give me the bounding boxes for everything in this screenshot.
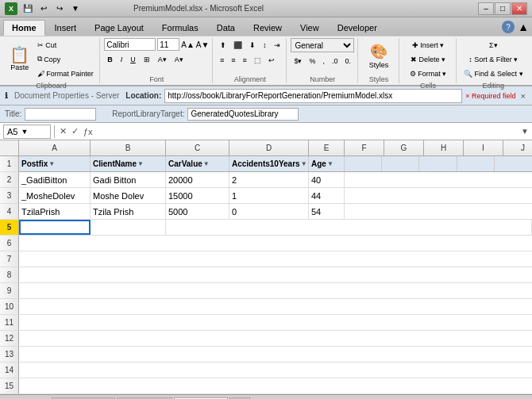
cell-E3[interactable]: 44 [309,188,345,203]
ribbon-collapse-btn[interactable]: ▲ [518,21,529,33]
table-row[interactable] [19,283,532,299]
row-header-12[interactable]: 12 [0,331,19,347]
row-header-11[interactable]: 11 [0,315,19,331]
cell-B1[interactable]: ClientName▼ [91,156,166,171]
cell-A4[interactable]: TzilaPrish [19,204,91,219]
font-size-input[interactable] [157,38,179,51]
col-header-A[interactable]: A [19,140,91,156]
copy-button[interactable]: ⧉ Copy [34,52,97,66]
close-btn[interactable]: ✕ [511,2,527,15]
cell-A3[interactable]: _MosheDolev [19,188,91,203]
table-row[interactable] [19,347,532,363]
row-header-2[interactable]: 2 [0,172,19,188]
confirm-formula-btn[interactable]: ✓ [70,126,80,136]
cell-A5-active[interactable] [19,220,91,235]
fill-color-button[interactable]: A▾ [155,52,170,66]
increase-font-btn[interactable]: A▲ [181,40,195,49]
tab-formulas[interactable]: Formulas [153,20,207,36]
cell-A1[interactable]: Postfix▼ [19,156,91,171]
align-right-btn[interactable]: ≡ [240,53,250,67]
row-header-3[interactable]: 3 [0,188,19,204]
table-row[interactable] [19,299,532,315]
table-row[interactable] [19,315,532,331]
indent-btn[interactable]: ⇥ [271,38,283,52]
row-header-5[interactable]: 5 [0,220,19,236]
cell-J1[interactable] [495,156,532,171]
table-row[interactable] [19,378,532,394]
col-header-F[interactable]: F [345,140,384,156]
quick-undo-btn[interactable]: ↩ [37,2,51,15]
italic-button[interactable]: I [118,52,126,66]
cell-C2[interactable]: 20000 [166,172,229,187]
cell-I1[interactable] [457,156,495,171]
col-header-I[interactable]: I [464,140,503,156]
percent-btn[interactable]: % [306,54,318,67]
cancel-formula-btn[interactable]: ✕ [58,126,68,136]
bold-button[interactable]: B [104,52,116,66]
cell-E2[interactable]: 40 [309,172,345,187]
cell-rest-2[interactable] [345,172,532,187]
cell-D4[interactable]: 0 [229,204,309,219]
font-color-button[interactable]: A▾ [172,52,187,66]
align-middle-btn[interactable]: ⬛ [230,38,245,52]
cell-A2[interactable]: _GadiBitton [19,172,91,187]
row-header-14[interactable]: 14 [0,363,19,378]
col-header-H[interactable]: H [424,140,464,156]
currency-btn[interactable]: $▾ [291,54,305,67]
paste-button[interactable]: 📋 Paste [6,44,33,74]
col-header-D[interactable]: D [229,140,309,156]
cell-D2[interactable]: 2 [229,172,309,187]
col-header-G[interactable]: G [384,140,424,156]
insert-function-btn[interactable]: ƒx [82,127,94,136]
find-select-btn[interactable]: 🔍 Find & Select ▾ [461,67,526,80]
quick-save-btn[interactable]: 💾 [21,2,35,15]
table-row[interactable] [19,267,532,283]
cell-E1[interactable]: Age▼ [309,156,345,171]
cell-F1[interactable] [345,156,382,171]
cell-C1[interactable]: CarValue▼ [166,156,229,171]
format-painter-button[interactable]: 🖌 Format Painter [34,67,97,80]
insert-btn[interactable]: ✚ Insert ▾ [409,38,448,52]
minimize-btn[interactable]: – [478,2,494,15]
merge-btn[interactable]: ⬚ [251,53,264,67]
row-header-4[interactable]: 4 [0,204,19,220]
text-orient-btn[interactable]: ↕ [260,38,270,52]
align-left-btn[interactable]: ≡ [217,53,227,67]
row-header-1[interactable]: 1 [0,156,19,172]
styles-button[interactable]: 🎨 Styles [365,40,393,71]
border-button[interactable]: ⊞ [141,52,153,66]
formula-bar-expand-btn[interactable]: ▼ [521,127,529,136]
cell-reference-box[interactable]: A5 ▼ [3,125,51,139]
cell-B5[interactable] [91,220,166,235]
tab-view[interactable]: View [291,20,328,36]
location-input[interactable] [164,89,462,103]
tab-data[interactable]: Data [208,20,244,36]
delete-btn[interactable]: ✖ Delete ▾ [407,52,449,66]
row-header-9[interactable]: 9 [0,283,19,299]
cell-rest-4[interactable] [345,204,532,219]
quick-redo-btn[interactable]: ↪ [52,2,67,15]
cell-ref-dropdown[interactable]: ▼ [21,128,28,136]
cell-E4[interactable]: 54 [309,204,345,219]
cell-rest-3[interactable] [345,188,532,203]
col-header-E[interactable]: E [309,140,345,156]
increase-decimal-btn[interactable]: .0 [329,54,341,67]
table-row[interactable] [19,251,532,267]
cell-C3[interactable]: 15000 [166,188,229,203]
doc-props-server-label[interactable]: Document Properties - Server [14,91,119,100]
corner-cell[interactable] [0,140,19,156]
format-btn[interactable]: ⚙ Format ▾ [407,67,450,80]
tab-page-layout[interactable]: Page Layout [86,20,152,36]
cell-D1[interactable]: Accidents10Years▼ [229,156,309,171]
underline-button[interactable]: U [127,52,139,66]
tab-review[interactable]: Review [245,20,291,36]
decrease-decimal-btn[interactable]: 0. [342,54,355,67]
decrease-font-btn[interactable]: A▼ [196,40,210,49]
help-icon[interactable]: ? [502,21,515,33]
cell-H1[interactable] [419,156,457,171]
report-library-input[interactable] [187,108,299,121]
cut-button[interactable]: ✂ Cut [34,38,97,52]
sort-filter-btn[interactable]: ↕ Sort & Filter ▾ [465,52,521,66]
cell-B3[interactable]: Moshe Dolev [91,188,166,203]
align-center-btn[interactable]: ≡ [228,53,238,67]
